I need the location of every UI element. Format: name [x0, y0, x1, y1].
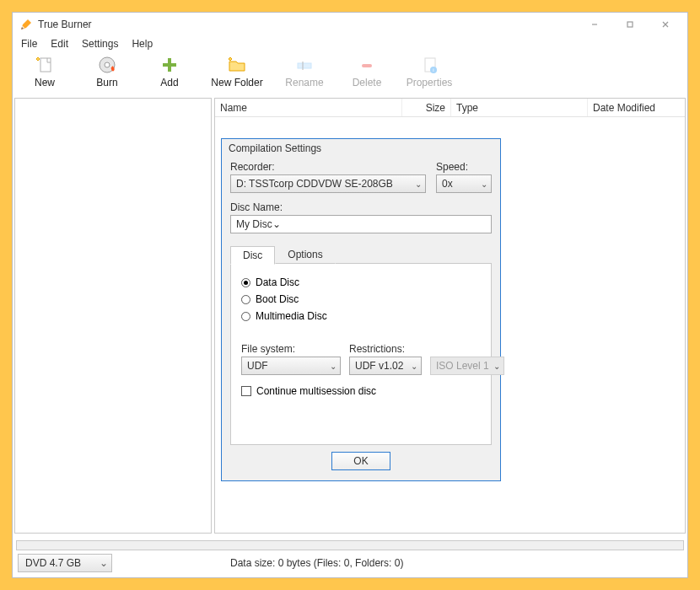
radio-icon: [241, 295, 250, 304]
radio-multimedia-disc[interactable]: Multimedia Disc: [241, 308, 481, 324]
radio-multimedia-label: Multimedia Disc: [256, 310, 327, 322]
disc-type-select[interactable]: DVD 4.7 GB ⌄: [18, 554, 112, 572]
checkbox-icon: [241, 386, 251, 396]
new-folder-icon: [227, 55, 247, 75]
speed-select[interactable]: 0x ⌄: [436, 174, 492, 193]
size-progress-bar: [16, 540, 684, 550]
continue-multisession-checkbox[interactable]: Continue multisession disc: [241, 385, 481, 397]
svg-marker-5: [36, 57, 40, 61]
svg-text:i: i: [433, 67, 433, 72]
menu-help[interactable]: Help: [127, 37, 158, 51]
chevron-down-icon: ⌄: [93, 557, 108, 569]
disc-type-value: DVD 4.7 GB: [25, 557, 81, 569]
column-size[interactable]: Size: [402, 99, 451, 116]
radio-data-disc[interactable]: Data Disc: [241, 274, 481, 291]
titlebar: True Burner: [13, 13, 687, 36]
toolbar-delete[interactable]: Delete: [342, 53, 392, 95]
speed-value: 0x: [442, 178, 453, 190]
toolbar: New Burn Add New Folder Rename: [13, 53, 687, 95]
dialog-tabs: Disc Options: [230, 245, 492, 264]
radio-data-label: Data Disc: [256, 276, 299, 288]
tree-panel[interactable]: [14, 98, 212, 534]
toolbar-newfolder[interactable]: New Folder: [207, 53, 267, 95]
ok-button[interactable]: OK: [331, 452, 390, 470]
radio-icon: [241, 312, 250, 321]
toolbar-new-label: New: [35, 77, 55, 88]
dialog-body: Recorder: D: TSSTcorp CDDVDW SE-208GB ⌄ …: [222, 156, 500, 480]
toolbar-properties[interactable]: i Properties: [404, 53, 455, 95]
toolbar-rename-label: Rename: [285, 77, 323, 88]
chevron-down-icon: ⌄: [411, 362, 417, 371]
window-controls: [578, 14, 682, 35]
list-header: Name Size Type Date Modified: [215, 99, 685, 117]
chevron-down-icon: ⌄: [493, 362, 500, 371]
disc-burn-icon: [97, 55, 117, 75]
app-title: True Burner: [38, 19, 92, 30]
dialog-footer: OK: [230, 445, 492, 472]
new-file-icon: [35, 55, 55, 75]
svg-rect-1: [627, 22, 633, 27]
chevron-down-icon: ⌄: [415, 180, 422, 189]
menu-file[interactable]: File: [16, 37, 42, 51]
menu-settings[interactable]: Settings: [77, 37, 123, 51]
toolbar-burn[interactable]: Burn: [82, 53, 132, 95]
discname-label: Disc Name:: [230, 201, 492, 213]
iso-level-value: ISO Level 1: [436, 360, 489, 372]
toolbar-newfolder-label: New Folder: [211, 77, 262, 88]
column-date-modified[interactable]: Date Modified: [588, 99, 685, 116]
statusbar: DVD 4.7 GB ⌄ Data size: 0 bytes (Files: …: [13, 552, 687, 577]
speed-label: Speed:: [436, 161, 492, 173]
tab-disc[interactable]: Disc: [230, 246, 275, 265]
dialog-title: Compilation Settings: [222, 139, 500, 156]
toolbar-add[interactable]: Add: [144, 53, 195, 95]
toolbar-new[interactable]: New: [19, 53, 70, 95]
status-text: Data size: 0 bytes (Files: 0, Folders: 0…: [230, 557, 403, 569]
recorder-select[interactable]: D: TSSTcorp CDDVDW SE-208GB ⌄: [230, 174, 426, 193]
svg-rect-11: [298, 63, 311, 68]
restrictions-value: UDF v1.02: [355, 360, 403, 372]
delete-icon: [357, 55, 377, 75]
radio-boot-label: Boot Disc: [256, 293, 299, 305]
ok-label: OK: [353, 455, 368, 467]
chevron-down-icon: ⌄: [481, 180, 487, 189]
continue-multisession-label: Continue multisession disc: [256, 385, 376, 397]
chevron-down-icon: ⌄: [330, 362, 337, 371]
svg-point-7: [105, 62, 110, 67]
column-name[interactable]: Name: [215, 99, 402, 116]
filesystem-select[interactable]: UDF ⌄: [241, 357, 341, 375]
menu-edit[interactable]: Edit: [46, 37, 73, 51]
svg-rect-4: [40, 58, 51, 72]
restrictions-select[interactable]: UDF v1.02 ⌄: [349, 357, 422, 375]
svg-rect-9: [163, 63, 176, 67]
rename-icon: [294, 55, 315, 75]
column-type[interactable]: Type: [451, 99, 588, 116]
discname-value: My Disc: [236, 218, 272, 230]
radio-icon: [241, 278, 250, 287]
chevron-down-icon: ⌄: [272, 218, 281, 230]
discname-input[interactable]: My Disc ⌄: [230, 215, 492, 233]
properties-icon: i: [419, 55, 439, 75]
plus-icon: [159, 55, 180, 75]
svg-rect-13: [362, 64, 372, 67]
filesystem-value: UDF: [247, 360, 268, 372]
compilation-settings-dialog: Compilation Settings Recorder: D: TSSTco…: [221, 138, 501, 481]
filesystem-label: File system:: [241, 343, 341, 355]
menubar: File Edit Settings Help: [13, 36, 687, 53]
toolbar-burn-label: Burn: [96, 77, 117, 88]
maximize-button[interactable]: [613, 14, 647, 35]
recorder-label: Recorder:: [230, 161, 426, 173]
app-window: True Burner File Edit Settings Help New …: [12, 12, 688, 578]
svg-marker-10: [229, 57, 232, 61]
toolbar-delete-label: Delete: [353, 77, 382, 88]
toolbar-properties-label: Properties: [407, 77, 453, 88]
recorder-value: D: TSSTcorp CDDVDW SE-208GB: [236, 178, 393, 190]
toolbar-add-label: Add: [160, 77, 178, 88]
tab-panel-disc: Data Disc Boot Disc Multimedia Disc File…: [230, 264, 492, 445]
toolbar-rename[interactable]: Rename: [279, 53, 330, 95]
radio-boot-disc[interactable]: Boot Disc: [241, 291, 481, 308]
close-button[interactable]: [649, 14, 682, 35]
minimize-button[interactable]: [578, 14, 611, 35]
iso-level-select: ISO Level 1 ⌄: [430, 357, 504, 375]
pencil-icon: [19, 18, 33, 31]
tab-options[interactable]: Options: [275, 245, 335, 264]
